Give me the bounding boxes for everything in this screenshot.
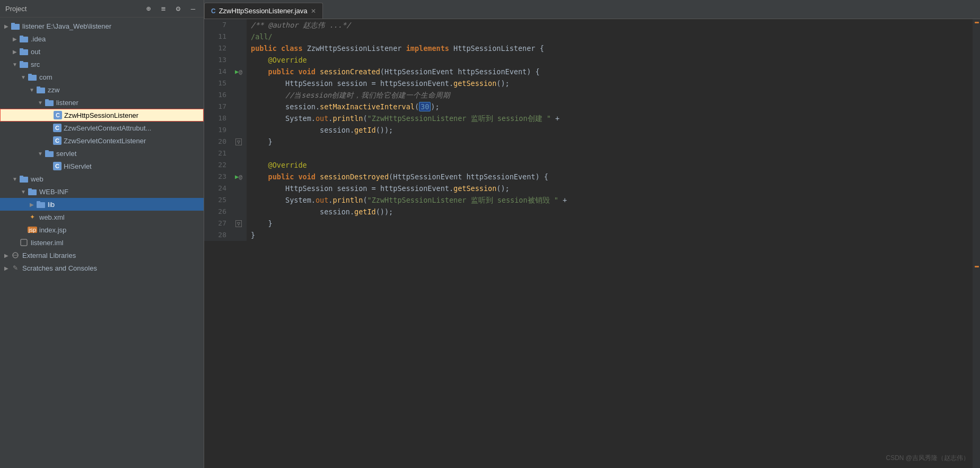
- tree-label-idea: .idea: [31, 35, 46, 43]
- tree-label-servlet: servlet: [56, 150, 76, 158]
- tree-label-lib: lib: [48, 201, 55, 209]
- editor-area: C ZzwHttpSessionListener.java ✕ 7/** @au…: [204, 0, 980, 468]
- tree-item-idea[interactable]: ▶.idea: [0, 32, 204, 45]
- tree-item-external-libraries[interactable]: ▶External Libraries: [0, 249, 204, 262]
- code-row: 25 System.out.println("ZzwHttpSessionLis…: [204, 194, 973, 206]
- tree-arrow-servlet: ▼: [36, 149, 45, 158]
- tree-item-lib[interactable]: ▶lib: [0, 198, 204, 211]
- gutter-cell: [231, 42, 247, 54]
- code-cell: /all/: [247, 31, 973, 42]
- tree-icon-folder: [28, 72, 37, 82]
- svg-rect-22: [21, 239, 27, 246]
- gutter-cell: [231, 148, 247, 159]
- tree-icon-java: C: [53, 136, 62, 145]
- code-row: 28}: [204, 229, 973, 241]
- tree-arrow-idea: ▶: [11, 34, 19, 43]
- svg-rect-7: [20, 61, 23, 63]
- tree-arrow-web: ▼: [11, 175, 19, 183]
- sidebar-add-btn[interactable]: ⊕: [143, 3, 154, 14]
- tree-item-out[interactable]: ▶out: [0, 45, 204, 58]
- tree-arrow-ZzwServletContextAttrubut: [45, 124, 53, 132]
- code-cell: System.out.println("ZzwHttpSessionListen…: [247, 112, 973, 124]
- tree-item-web[interactable]: ▼web: [0, 172, 204, 185]
- svg-rect-3: [20, 36, 23, 38]
- code-row: 19 session.getId());: [204, 124, 973, 136]
- fold-icon[interactable]: ▽: [235, 138, 242, 145]
- tree-item-index.jsp[interactable]: jspindex.jsp: [0, 223, 204, 236]
- code-cell: session.setMaxInactiveInterval(30);: [247, 101, 973, 112]
- gutter-cell: [231, 101, 247, 112]
- code-cell: }: [247, 218, 973, 229]
- tree-icon-folder: [36, 85, 46, 94]
- sidebar-collapse-btn[interactable]: ≡: [158, 3, 169, 14]
- line-number: 14: [204, 66, 231, 77]
- svg-rect-21: [37, 201, 40, 203]
- tree-item-servlet[interactable]: ▼servlet: [0, 147, 204, 160]
- tab-label: ZzwHttpSessionListener.java: [219, 7, 308, 15]
- line-number: 27: [204, 218, 231, 229]
- code-row: 23▶@ public void sessionDestroyed(HttpSe…: [204, 171, 973, 183]
- tree-arrow-index.jsp: [19, 226, 28, 234]
- tree-item-listener-pkg[interactable]: ▼listener: [0, 96, 204, 109]
- gutter-cell: [231, 77, 247, 89]
- tree-item-ZzwServletContextListener[interactable]: CZzwServletContextListener: [0, 134, 204, 147]
- tree-item-web.xml[interactable]: ✦web.xml: [0, 211, 204, 223]
- gutter-cell: [231, 183, 247, 194]
- code-row: 27▽ }: [204, 218, 973, 229]
- code-cell: HttpSession session = httpSessionEvent.g…: [247, 183, 973, 194]
- highlighted-value: 30: [419, 102, 431, 111]
- tree-icon-folder-open: [36, 200, 46, 209]
- tree-arrow-web.xml: [19, 213, 28, 221]
- code-row: 12public class ZzwHttpSessionListener im…: [204, 42, 973, 54]
- tree-arrow-listener-root: ▶: [2, 22, 11, 30]
- tree-label-src: src: [31, 60, 40, 68]
- code-row: 18 System.out.println("ZzwHttpSessionLis…: [204, 112, 973, 124]
- tree-item-listener-root[interactable]: ▶listener E:\Java_Web\listener: [0, 20, 204, 32]
- tree-arrow-lib: ▶: [28, 200, 36, 209]
- tree-item-com[interactable]: ▼com: [0, 71, 204, 83]
- code-row: 14▶@ public void sessionCreated(HttpSess…: [204, 66, 973, 77]
- marker-top: [975, 22, 979, 23]
- run-icon[interactable]: ▶: [235, 173, 239, 180]
- tree-item-zzw[interactable]: ▼zzw: [0, 83, 204, 96]
- gutter-cell: ▶@: [231, 66, 247, 77]
- tab-close-btn[interactable]: ✕: [311, 7, 316, 15]
- tree-item-WEB-INF[interactable]: ▼WEB-INF: [0, 185, 204, 198]
- tree-item-listener.iml[interactable]: listener.iml: [0, 236, 204, 249]
- tree-label-external-libraries: External Libraries: [22, 252, 76, 259]
- tree-icon-java: C: [53, 162, 62, 170]
- tree-arrow-src: ▼: [11, 60, 19, 68]
- run-icon[interactable]: ▶: [235, 68, 239, 75]
- code-scroll[interactable]: 7/** @author 赵志伟 ...*/11/all/12public cl…: [204, 19, 973, 468]
- code-cell: }: [247, 136, 973, 148]
- code-lines: 7/** @author 赵志伟 ...*/11/all/12public cl…: [204, 19, 973, 241]
- svg-rect-17: [20, 176, 23, 178]
- tree-item-src[interactable]: ▼src: [0, 58, 204, 71]
- sidebar: Project ⊕ ≡ ⚙ — ▶listener E:\Java_Web\li…: [0, 0, 204, 468]
- svg-rect-9: [28, 74, 32, 76]
- code-cell: //当session创建时，我们给它创建一个生命周期: [247, 89, 973, 101]
- line-number: 22: [204, 159, 231, 171]
- tab-ZzwHttpSessionListener[interactable]: C ZzwHttpSessionListener.java ✕: [204, 3, 323, 19]
- gutter-cell: ▽: [231, 218, 247, 229]
- line-number: 24: [204, 183, 231, 194]
- tree-arrow-HiServlet: [45, 162, 53, 170]
- tree-item-scratches[interactable]: ▶✎Scratches and Consoles: [0, 262, 204, 274]
- tree-item-ZzwHttpSessionListener[interactable]: CZzwHttpSessionListener: [0, 109, 204, 122]
- gutter-cell: [231, 194, 247, 206]
- code-row: 24 HttpSession session = httpSessionEven…: [204, 183, 973, 194]
- tree-icon-folder: [28, 187, 37, 196]
- tree-item-HiServlet[interactable]: CHiServlet: [0, 160, 204, 172]
- tree-item-ZzwServletContextAttrubut[interactable]: CZzwServletContextAttrubut...: [0, 122, 204, 134]
- tree-label-scratches: Scratches and Consoles: [22, 264, 97, 272]
- tree-label-listener.iml: listener.iml: [31, 239, 63, 247]
- sidebar-settings-btn[interactable]: ⚙: [173, 3, 183, 14]
- sidebar-tree: ▶listener E:\Java_Web\listener▶.idea▶out…: [0, 18, 204, 468]
- svg-rect-15: [45, 150, 49, 152]
- fold-icon[interactable]: ▽: [235, 220, 242, 227]
- line-number: 20: [204, 136, 231, 148]
- gutter-cell: ▶@: [231, 171, 247, 183]
- sidebar-minimize-btn[interactable]: —: [188, 3, 198, 14]
- svg-rect-19: [28, 188, 32, 190]
- line-number: 13: [204, 54, 231, 66]
